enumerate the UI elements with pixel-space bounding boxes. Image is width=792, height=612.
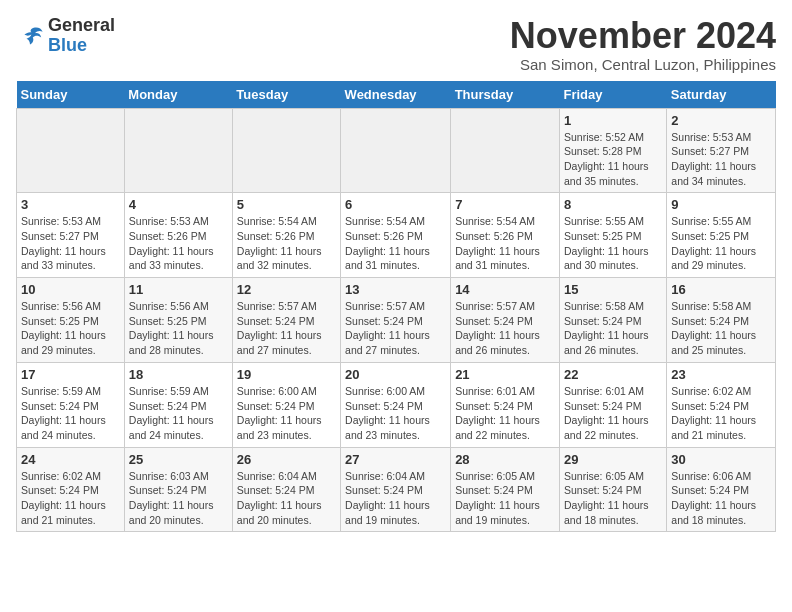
day-info: Sunrise: 5:55 AM Sunset: 5:25 PM Dayligh… bbox=[671, 214, 771, 273]
day-number: 11 bbox=[129, 282, 228, 297]
calendar-cell: 11Sunrise: 5:56 AM Sunset: 5:25 PM Dayli… bbox=[124, 278, 232, 363]
day-info: Sunrise: 5:59 AM Sunset: 5:24 PM Dayligh… bbox=[21, 384, 120, 443]
logo: General Blue bbox=[16, 16, 115, 56]
day-info: Sunrise: 5:53 AM Sunset: 5:27 PM Dayligh… bbox=[671, 130, 771, 189]
day-info: Sunrise: 5:56 AM Sunset: 5:25 PM Dayligh… bbox=[21, 299, 120, 358]
day-info: Sunrise: 5:56 AM Sunset: 5:25 PM Dayligh… bbox=[129, 299, 228, 358]
day-info: Sunrise: 5:52 AM Sunset: 5:28 PM Dayligh… bbox=[564, 130, 662, 189]
day-info: Sunrise: 6:02 AM Sunset: 5:24 PM Dayligh… bbox=[671, 384, 771, 443]
calendar-table: SundayMondayTuesdayWednesdayThursdayFrid… bbox=[16, 81, 776, 533]
day-info: Sunrise: 6:06 AM Sunset: 5:24 PM Dayligh… bbox=[671, 469, 771, 528]
calendar-cell: 9Sunrise: 5:55 AM Sunset: 5:25 PM Daylig… bbox=[667, 193, 776, 278]
day-info: Sunrise: 6:01 AM Sunset: 5:24 PM Dayligh… bbox=[455, 384, 555, 443]
day-info: Sunrise: 5:57 AM Sunset: 5:24 PM Dayligh… bbox=[345, 299, 446, 358]
month-title: November 2024 bbox=[510, 16, 776, 56]
calendar-cell: 18Sunrise: 5:59 AM Sunset: 5:24 PM Dayli… bbox=[124, 362, 232, 447]
day-info: Sunrise: 5:58 AM Sunset: 5:24 PM Dayligh… bbox=[564, 299, 662, 358]
day-number: 6 bbox=[345, 197, 446, 212]
day-info: Sunrise: 5:53 AM Sunset: 5:27 PM Dayligh… bbox=[21, 214, 120, 273]
day-info: Sunrise: 6:04 AM Sunset: 5:24 PM Dayligh… bbox=[345, 469, 446, 528]
day-info: Sunrise: 5:53 AM Sunset: 5:26 PM Dayligh… bbox=[129, 214, 228, 273]
calendar-week-5: 24Sunrise: 6:02 AM Sunset: 5:24 PM Dayli… bbox=[17, 447, 776, 532]
day-info: Sunrise: 5:55 AM Sunset: 5:25 PM Dayligh… bbox=[564, 214, 662, 273]
day-number: 30 bbox=[671, 452, 771, 467]
day-number: 21 bbox=[455, 367, 555, 382]
day-info: Sunrise: 6:03 AM Sunset: 5:24 PM Dayligh… bbox=[129, 469, 228, 528]
day-number: 5 bbox=[237, 197, 336, 212]
day-number: 19 bbox=[237, 367, 336, 382]
day-info: Sunrise: 6:01 AM Sunset: 5:24 PM Dayligh… bbox=[564, 384, 662, 443]
day-number: 4 bbox=[129, 197, 228, 212]
calendar-cell: 30Sunrise: 6:06 AM Sunset: 5:24 PM Dayli… bbox=[667, 447, 776, 532]
day-number: 8 bbox=[564, 197, 662, 212]
title-area: November 2024 San Simon, Central Luzon, … bbox=[510, 16, 776, 73]
weekday-header-wednesday: Wednesday bbox=[341, 81, 451, 109]
calendar-cell: 27Sunrise: 6:04 AM Sunset: 5:24 PM Dayli… bbox=[341, 447, 451, 532]
calendar-cell: 29Sunrise: 6:05 AM Sunset: 5:24 PM Dayli… bbox=[559, 447, 666, 532]
day-info: Sunrise: 6:02 AM Sunset: 5:24 PM Dayligh… bbox=[21, 469, 120, 528]
calendar-week-4: 17Sunrise: 5:59 AM Sunset: 5:24 PM Dayli… bbox=[17, 362, 776, 447]
weekday-header-sunday: Sunday bbox=[17, 81, 125, 109]
logo-general: General bbox=[48, 15, 115, 35]
calendar-week-1: 1Sunrise: 5:52 AM Sunset: 5:28 PM Daylig… bbox=[17, 108, 776, 193]
day-number: 9 bbox=[671, 197, 771, 212]
weekday-header-friday: Friday bbox=[559, 81, 666, 109]
calendar-cell: 8Sunrise: 5:55 AM Sunset: 5:25 PM Daylig… bbox=[559, 193, 666, 278]
calendar-cell bbox=[341, 108, 451, 193]
day-number: 3 bbox=[21, 197, 120, 212]
calendar-cell: 13Sunrise: 5:57 AM Sunset: 5:24 PM Dayli… bbox=[341, 278, 451, 363]
day-number: 12 bbox=[237, 282, 336, 297]
weekday-header-tuesday: Tuesday bbox=[232, 81, 340, 109]
day-info: Sunrise: 5:57 AM Sunset: 5:24 PM Dayligh… bbox=[455, 299, 555, 358]
day-number: 29 bbox=[564, 452, 662, 467]
day-info: Sunrise: 6:00 AM Sunset: 5:24 PM Dayligh… bbox=[345, 384, 446, 443]
day-number: 26 bbox=[237, 452, 336, 467]
day-info: Sunrise: 5:58 AM Sunset: 5:24 PM Dayligh… bbox=[671, 299, 771, 358]
weekday-header-monday: Monday bbox=[124, 81, 232, 109]
day-number: 17 bbox=[21, 367, 120, 382]
day-number: 1 bbox=[564, 113, 662, 128]
day-number: 18 bbox=[129, 367, 228, 382]
calendar-cell: 22Sunrise: 6:01 AM Sunset: 5:24 PM Dayli… bbox=[559, 362, 666, 447]
calendar-cell: 4Sunrise: 5:53 AM Sunset: 5:26 PM Daylig… bbox=[124, 193, 232, 278]
weekday-header-thursday: Thursday bbox=[451, 81, 560, 109]
calendar-cell: 28Sunrise: 6:05 AM Sunset: 5:24 PM Dayli… bbox=[451, 447, 560, 532]
calendar-cell: 19Sunrise: 6:00 AM Sunset: 5:24 PM Dayli… bbox=[232, 362, 340, 447]
calendar-cell: 6Sunrise: 5:54 AM Sunset: 5:26 PM Daylig… bbox=[341, 193, 451, 278]
day-number: 16 bbox=[671, 282, 771, 297]
day-number: 20 bbox=[345, 367, 446, 382]
calendar-cell bbox=[17, 108, 125, 193]
day-number: 24 bbox=[21, 452, 120, 467]
calendar-cell: 12Sunrise: 5:57 AM Sunset: 5:24 PM Dayli… bbox=[232, 278, 340, 363]
logo-bird-icon bbox=[16, 22, 44, 50]
calendar-cell: 3Sunrise: 5:53 AM Sunset: 5:27 PM Daylig… bbox=[17, 193, 125, 278]
calendar-week-2: 3Sunrise: 5:53 AM Sunset: 5:27 PM Daylig… bbox=[17, 193, 776, 278]
day-number: 13 bbox=[345, 282, 446, 297]
day-number: 2 bbox=[671, 113, 771, 128]
calendar-week-3: 10Sunrise: 5:56 AM Sunset: 5:25 PM Dayli… bbox=[17, 278, 776, 363]
calendar-cell bbox=[232, 108, 340, 193]
calendar-cell: 16Sunrise: 5:58 AM Sunset: 5:24 PM Dayli… bbox=[667, 278, 776, 363]
day-info: Sunrise: 6:00 AM Sunset: 5:24 PM Dayligh… bbox=[237, 384, 336, 443]
day-number: 22 bbox=[564, 367, 662, 382]
day-number: 28 bbox=[455, 452, 555, 467]
day-number: 10 bbox=[21, 282, 120, 297]
logo-text: General Blue bbox=[48, 16, 115, 56]
day-number: 15 bbox=[564, 282, 662, 297]
day-number: 23 bbox=[671, 367, 771, 382]
calendar-cell bbox=[124, 108, 232, 193]
calendar-cell: 25Sunrise: 6:03 AM Sunset: 5:24 PM Dayli… bbox=[124, 447, 232, 532]
calendar-cell: 10Sunrise: 5:56 AM Sunset: 5:25 PM Dayli… bbox=[17, 278, 125, 363]
weekday-header-row: SundayMondayTuesdayWednesdayThursdayFrid… bbox=[17, 81, 776, 109]
calendar-cell: 5Sunrise: 5:54 AM Sunset: 5:26 PM Daylig… bbox=[232, 193, 340, 278]
day-info: Sunrise: 6:04 AM Sunset: 5:24 PM Dayligh… bbox=[237, 469, 336, 528]
page-header: General Blue November 2024 San Simon, Ce… bbox=[16, 16, 776, 73]
day-number: 25 bbox=[129, 452, 228, 467]
day-number: 27 bbox=[345, 452, 446, 467]
day-info: Sunrise: 5:54 AM Sunset: 5:26 PM Dayligh… bbox=[345, 214, 446, 273]
calendar-cell: 1Sunrise: 5:52 AM Sunset: 5:28 PM Daylig… bbox=[559, 108, 666, 193]
day-number: 14 bbox=[455, 282, 555, 297]
calendar-cell: 2Sunrise: 5:53 AM Sunset: 5:27 PM Daylig… bbox=[667, 108, 776, 193]
calendar-cell: 14Sunrise: 5:57 AM Sunset: 5:24 PM Dayli… bbox=[451, 278, 560, 363]
logo-blue: Blue bbox=[48, 35, 87, 55]
